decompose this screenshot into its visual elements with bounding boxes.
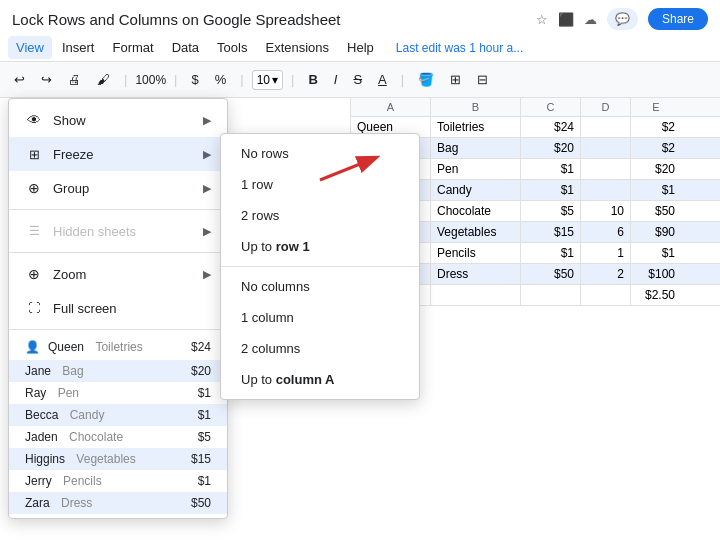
fill-color-button[interactable]: 🪣 <box>412 68 440 91</box>
menu-extensions[interactable]: Extensions <box>257 36 337 59</box>
fullscreen-icon: ⛶ <box>25 299 43 317</box>
sheet-price-jerry: $1 <box>198 474 211 488</box>
cell-queen-price: $24 <box>521 117 581 137</box>
group-icon: ⊕ <box>25 179 43 197</box>
freeze-up-to-row1[interactable]: Up to row 1 <box>221 231 419 262</box>
sheet-price-jane: $20 <box>191 364 211 378</box>
svg-line-1 <box>320 158 375 180</box>
freeze-2-rows[interactable]: 2 rows <box>221 200 419 231</box>
menu-tools[interactable]: Tools <box>209 36 255 59</box>
cell-empty-d <box>581 285 631 305</box>
underline-button[interactable]: A <box>372 68 393 91</box>
freeze-up-to-col-a[interactable]: Up to column A <box>221 364 419 395</box>
toolbar: ↩ ↪ 🖨 🖌 | 100% | $ % | 10 ▾ | B I S A | … <box>0 62 720 98</box>
cell-ray-price: $1 <box>521 159 581 179</box>
sheet-row-becca: Becca Candy $1 <box>9 404 227 426</box>
divider2: | <box>170 72 181 87</box>
group-arrow: ▶ <box>203 182 211 195</box>
menu-insert[interactable]: Insert <box>54 36 103 59</box>
sheet-row-jaden: Jaden Chocolate $5 <box>9 426 227 448</box>
sheet-price-ray: $1 <box>198 386 211 400</box>
menu-view[interactable]: View <box>8 36 52 59</box>
col-header-b: B <box>431 98 521 116</box>
sheet-cat-ray: Pen <box>58 386 79 400</box>
cloud-save-icon[interactable]: ⬛ <box>558 12 574 27</box>
menu-item-group[interactable]: ⊕ Group ▶ <box>9 171 227 205</box>
cell-jane-price: $20 <box>521 138 581 158</box>
cell-higgins-price: $15 <box>521 222 581 242</box>
share-button[interactable]: Share <box>648 8 708 30</box>
cloud-icon[interactable]: ☁ <box>584 12 597 27</box>
strikethrough-button[interactable]: S <box>347 68 368 91</box>
cell-ray-e: $20 <box>631 159 681 179</box>
zoom-arrow: ▶ <box>203 268 211 281</box>
font-size-arrow[interactable]: ▾ <box>272 73 278 87</box>
cell-jerry-cat: Pencils <box>431 243 521 263</box>
menu-format[interactable]: Format <box>104 36 161 59</box>
menu-item-hidden-sheets: ☰ Hidden sheets ▶ <box>9 214 227 248</box>
cell-jane-d <box>581 138 631 158</box>
menu-item-fullscreen[interactable]: ⛶ Full screen <box>9 291 227 325</box>
sheet-price-zara: $50 <box>191 496 211 510</box>
hidden-sheets-arrow: ▶ <box>203 225 211 238</box>
freeze-1-column[interactable]: 1 column <box>221 302 419 333</box>
col-headers: A B C D E <box>351 98 720 117</box>
star-icon[interactable]: ☆ <box>536 12 548 27</box>
cell-higgins-d: 6 <box>581 222 631 242</box>
show-arrow: ▶ <box>203 114 211 127</box>
divider4: | <box>287 72 298 87</box>
zoom-label: 100% <box>135 73 166 87</box>
show-label: Show <box>53 113 86 128</box>
cell-zara-d: 2 <box>581 264 631 284</box>
sheet-row-jerry: Jerry Pencils $1 <box>9 470 227 492</box>
cell-queen-e: $2 <box>631 117 681 137</box>
freeze-2-columns[interactable]: 2 columns <box>221 333 419 364</box>
sheet-row-higgins: Higgins Vegetables $15 <box>9 448 227 470</box>
cell-queen-d <box>581 117 631 137</box>
menu-item-show[interactable]: 👁 Show ▶ <box>9 103 227 137</box>
cell-jerry-e: $1 <box>631 243 681 263</box>
cell-higgins-cat: Vegetables <box>431 222 521 242</box>
percent-button[interactable]: % <box>209 68 233 91</box>
cell-jerry-price: $1 <box>521 243 581 263</box>
redo-button[interactable]: ↪ <box>35 68 58 91</box>
sheet-icon-queen: 👤 <box>25 340 40 354</box>
cell-jaden-d: 10 <box>581 201 631 221</box>
paint-format-button[interactable]: 🖌 <box>91 68 116 91</box>
cell-empty-cat <box>431 285 521 305</box>
divider-2 <box>9 252 227 253</box>
menu-bar: View Insert Format Data Tools Extensions… <box>0 34 720 62</box>
currency-button[interactable]: $ <box>185 68 204 91</box>
sheet-price-queen: $24 <box>191 340 211 354</box>
cell-jaden-e: $50 <box>631 201 681 221</box>
col-header-a: A <box>351 98 431 116</box>
sheet-cat-becca: Candy <box>70 408 105 422</box>
cell-becca-d <box>581 180 631 200</box>
freeze-no-columns[interactable]: No columns <box>221 271 419 302</box>
undo-button[interactable]: ↩ <box>8 68 31 91</box>
sheet-cat-higgins: Vegetables <box>76 452 135 466</box>
sheet-cat-jaden: Chocolate <box>69 430 123 444</box>
menu-help[interactable]: Help <box>339 36 382 59</box>
bold-button[interactable]: B <box>302 68 323 91</box>
sheet-row-zara: Zara Dress $50 <box>9 492 227 514</box>
menu-item-freeze[interactable]: ⊞ Freeze ▶ <box>9 137 227 171</box>
borders-button[interactable]: ⊞ <box>444 68 467 91</box>
freeze-icon: ⊞ <box>25 145 43 163</box>
font-size-selector[interactable]: 10 ▾ <box>252 70 283 90</box>
freeze-col-divider <box>221 266 419 267</box>
cell-ray-d <box>581 159 631 179</box>
sheet-row-jane: Jane Bag $20 <box>9 360 227 382</box>
italic-button[interactable]: I <box>328 68 344 91</box>
menu-item-zoom[interactable]: ⊕ Zoom ▶ <box>9 257 227 291</box>
col-header-d: D <box>581 98 631 116</box>
print-button[interactable]: 🖨 <box>62 68 87 91</box>
sheet-cat-jane: Bag <box>62 364 83 378</box>
cell-queen-cat: Toiletries <box>431 117 521 137</box>
hidden-sheets-icon: ☰ <box>25 222 43 240</box>
comments-icon[interactable]: 💬 <box>607 8 638 30</box>
cell-zara-e: $100 <box>631 264 681 284</box>
merge-button[interactable]: ⊟ <box>471 68 494 91</box>
cell-becca-cat: Candy <box>431 180 521 200</box>
menu-data[interactable]: Data <box>164 36 207 59</box>
